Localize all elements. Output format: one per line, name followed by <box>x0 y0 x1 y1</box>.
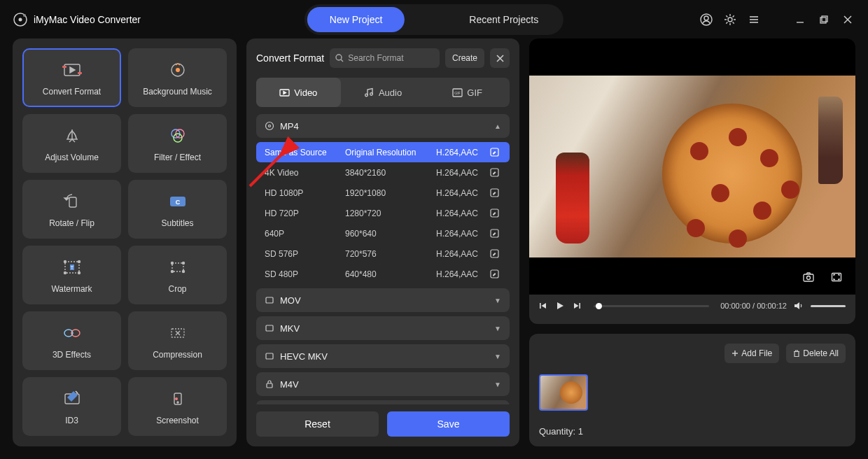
svg-text:C: C <box>175 199 180 206</box>
preset-row[interactable]: SD 576P720*576H.264,AAC <box>256 243 510 264</box>
format-group-mkv[interactable]: MKV▼ <box>256 316 510 340</box>
preset-name: SD 480P <box>265 269 345 279</box>
volume-slider[interactable] <box>811 305 846 307</box>
edit-preset-icon[interactable] <box>490 229 501 238</box>
tool-screenshot[interactable]: Screenshot <box>128 377 227 436</box>
maximize-button[interactable] <box>816 12 832 27</box>
new-project-tab[interactable]: New Project <box>307 7 405 32</box>
tool-watermark[interactable]: TWatermark <box>22 246 121 304</box>
svg-point-75 <box>807 276 811 280</box>
tool-label: Rotate / Flip <box>49 218 94 228</box>
tool-label: Screenshot <box>156 416 199 425</box>
menu-icon[interactable] <box>746 12 762 27</box>
format-group-avi[interactable]: AVI▼ <box>256 400 510 404</box>
3d-icon <box>60 322 84 344</box>
preset-row[interactable]: HD 1080P1920*1080H.264,AAC <box>256 183 510 203</box>
seek-bar[interactable] <box>594 305 709 307</box>
tool-label: Adjust Volume <box>45 153 99 162</box>
save-button[interactable]: Save <box>387 411 510 437</box>
tab-video[interactable]: Video <box>256 78 341 107</box>
edit-preset-icon[interactable] <box>490 209 501 218</box>
tool-label: Background Music <box>143 87 212 97</box>
tool-crop[interactable]: Crop <box>128 246 227 304</box>
tool-convert[interactable]: Convert Format <box>22 48 121 107</box>
close-panel-button[interactable] <box>490 48 510 68</box>
user-icon[interactable] <box>699 12 714 27</box>
reset-button[interactable]: Reset <box>256 411 379 437</box>
preset-row[interactable]: HD 720P1280*720H.264,AAC <box>256 203 510 223</box>
tool-rotate[interactable]: Rotate / Flip <box>22 180 121 239</box>
file-thumbnail[interactable] <box>539 374 588 411</box>
volume-button[interactable] <box>794 301 804 311</box>
recent-projects-tab[interactable]: Recent Projects <box>447 7 561 32</box>
svg-point-1 <box>19 17 22 21</box>
preset-resolution: 960*640 <box>345 229 436 239</box>
preset-row[interactable]: SD 480P640*480H.264,AAC <box>256 264 510 284</box>
svg-line-51 <box>341 59 343 62</box>
next-button[interactable] <box>573 302 582 310</box>
tab-gif[interactable]: GIF GIF <box>425 78 510 107</box>
svg-rect-70 <box>266 325 273 331</box>
search-icon <box>335 54 344 62</box>
format-group-hevc-mkv[interactable]: HEVC MKV▼ <box>256 344 510 368</box>
tool-music[interactable]: Background Music <box>128 48 227 107</box>
tool-compress[interactable]: Compression <box>128 311 227 370</box>
preset-codec: H.264,AAC <box>436 168 490 178</box>
svg-text:T: T <box>70 265 74 270</box>
svg-point-39 <box>171 271 173 273</box>
preset-row[interactable]: Same as SourceOriginal ResolutionH.264,A… <box>256 142 510 162</box>
tab-audio[interactable]: Audio <box>341 78 426 107</box>
tool-filter[interactable]: Filter / Effect <box>128 114 227 173</box>
tool-label: 3D Effects <box>52 350 91 360</box>
preset-name: HD 1080P <box>265 188 345 198</box>
format-group-m4v[interactable]: M4V▼ <box>256 372 510 396</box>
timecode: 00:00:00 / 00:00:12 <box>720 302 787 310</box>
delete-all-button[interactable]: Delete All <box>786 344 846 363</box>
tool-3d[interactable]: 3D Effects <box>22 311 121 370</box>
svg-marker-55 <box>284 91 286 94</box>
edit-preset-icon[interactable] <box>490 148 501 157</box>
add-file-button[interactable]: Add File <box>724 344 779 363</box>
crop-icon <box>166 256 190 278</box>
create-button[interactable]: Create <box>445 48 484 68</box>
svg-point-4 <box>704 16 708 20</box>
preset-codec: H.264,AAC <box>436 269 490 279</box>
close-button[interactable] <box>840 12 855 27</box>
tool-label: Convert Format <box>43 87 101 97</box>
svg-rect-77 <box>540 303 541 309</box>
play-button[interactable] <box>556 302 566 310</box>
video-preview[interactable] <box>529 38 855 295</box>
tool-volume[interactable]: Adjust Volume <box>22 114 121 173</box>
svg-point-50 <box>336 55 342 60</box>
edit-preset-icon[interactable] <box>490 269 501 278</box>
chevron-down-icon: ▼ <box>494 297 501 304</box>
preset-name: SD 576P <box>265 249 345 259</box>
edit-preset-icon[interactable] <box>490 249 501 258</box>
app-title: iMyMac Video Converter <box>34 14 141 25</box>
svg-point-38 <box>182 262 184 264</box>
edit-preset-icon[interactable] <box>490 188 501 197</box>
tool-id3[interactable]: ID3 <box>22 377 121 436</box>
logo-icon <box>13 12 28 27</box>
svg-rect-16 <box>62 66 66 68</box>
gear-icon[interactable] <box>722 12 738 27</box>
chevron-up-icon: ▲ <box>494 122 501 130</box>
minimize-button[interactable] <box>792 12 808 27</box>
tool-subtitles[interactable]: CSubtitles <box>128 180 227 239</box>
edit-preset-icon[interactable] <box>490 168 501 177</box>
snapshot-button[interactable] <box>798 268 819 286</box>
preset-resolution: 3840*2160 <box>345 168 436 178</box>
svg-point-33 <box>78 261 80 263</box>
search-input[interactable]: Search Format <box>330 48 440 68</box>
format-group-mp4[interactable]: MP4▲ <box>256 114 510 138</box>
svg-point-34 <box>64 272 66 274</box>
svg-marker-26 <box>64 198 69 200</box>
watermark-icon: T <box>60 256 84 278</box>
fullscreen-button[interactable] <box>826 268 847 286</box>
preset-row[interactable]: 4K Video3840*2160H.264,AAC <box>256 162 510 183</box>
prev-button[interactable] <box>539 302 549 310</box>
preset-row[interactable]: 640P960*640H.264,AAC <box>256 223 510 243</box>
svg-point-48 <box>175 397 178 400</box>
format-group-mov[interactable]: MOV▼ <box>256 288 510 312</box>
filter-icon <box>166 125 190 147</box>
